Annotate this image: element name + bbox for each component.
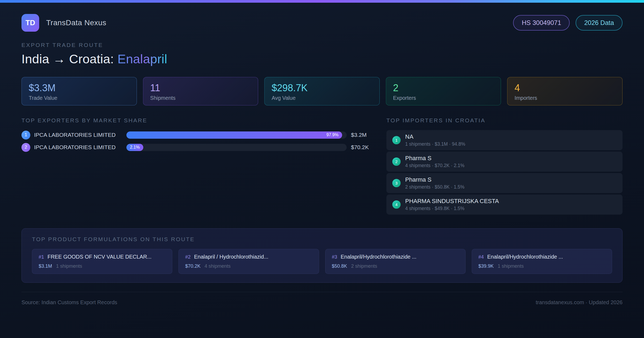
stat-card-exporters: 2 Exporters xyxy=(386,77,501,105)
stat-card-shipments: 11 Shipments xyxy=(143,77,258,105)
formulation-card: #4 Enalapril/Hydrochlorothiazide ... $39… xyxy=(472,249,612,274)
importers-section: TOP IMPORTERS IN CROATIA 1 NA 1 shipment… xyxy=(386,117,623,216)
exporter-value: $3.2M xyxy=(351,132,376,138)
exporters-heading: TOP EXPORTERS BY MARKET SHARE xyxy=(21,117,376,124)
formulation-card: #3 Enalapril/Hydrochlorothiazide ... $50… xyxy=(325,249,466,274)
formulation-header: #4 Enalapril/Hydrochlorothiazide ... xyxy=(478,254,605,260)
formulation-value: $39.9K xyxy=(478,263,494,269)
importer-meta: 2 shipments · $50.8K · 1.5% xyxy=(405,184,464,190)
formulation-stats: $39.9K 1 shipments xyxy=(478,263,605,269)
importer-rank-badge: 1 xyxy=(392,136,401,144)
title-route: India → Croatia: xyxy=(21,52,118,66)
importer-name: Pharma S xyxy=(405,176,464,183)
market-share-bar-track: 97.9% xyxy=(126,131,347,139)
stats-row: $3.3M Trade Value 11 Shipments $298.7K A… xyxy=(21,77,623,105)
brand-logo-text: TD xyxy=(25,19,35,27)
stat-label: Importers xyxy=(514,95,615,101)
formulation-shipments: 1 shipments xyxy=(56,263,82,269)
footer-source: Source: Indian Customs Export Records xyxy=(21,299,117,306)
market-share-label: 97.9% xyxy=(326,133,338,137)
top-accent-strip xyxy=(0,0,644,3)
formulation-rank: #1 xyxy=(39,254,44,260)
importer-rank-badge: 2 xyxy=(392,157,401,166)
formulation-header: #2 Enalapril / Hydrochlorothiazid... xyxy=(185,254,312,260)
brand-name: TransData Nexus xyxy=(46,19,106,27)
importer-text: Pharma S 4 shipments · $70.2K · 2.1% xyxy=(405,155,464,168)
importer-text: NA 1 shipments · $3.1M · 94.8% xyxy=(405,133,465,147)
stat-label: Exporters xyxy=(393,95,494,101)
importers-heading: TOP IMPORTERS IN CROATIA xyxy=(386,117,623,124)
formulation-title: Enalapril/Hydrochlorothiazide ... xyxy=(487,254,563,260)
formulation-rank: #2 xyxy=(185,254,191,260)
stat-label: Trade Value xyxy=(29,95,130,101)
formulation-shipments: 4 shipments xyxy=(204,263,230,269)
formulation-stats: $3.1M 1 shipments xyxy=(39,263,166,269)
page-title: India → Croatia: Enalapril xyxy=(21,52,623,66)
formulation-shipments: 2 shipments xyxy=(351,263,377,269)
importer-list-item: 1 NA 1 shipments · $3.1M · 94.8% xyxy=(386,130,623,150)
exporters-section: TOP EXPORTERS BY MARKET SHARE 1 IPCA LAB… xyxy=(21,117,376,155)
market-share-bar-fill: 97.9% xyxy=(126,131,342,139)
formulation-value: $70.2K xyxy=(185,263,200,269)
formulation-header: #3 Enalapril/Hydrochlorothiazide ... xyxy=(332,254,459,260)
market-share-bar-fill: 2.1% xyxy=(126,144,143,151)
importer-name: PHARMA SINDUSTRIJSKA CESTA xyxy=(405,198,499,205)
page-eyebrow: EXPORT TRADE ROUTE xyxy=(21,42,623,48)
data-year-chip[interactable]: 2026 Data xyxy=(576,15,623,31)
importer-meta: 1 shipments · $3.1M · 94.8% xyxy=(405,141,465,147)
title-product: Enalapril xyxy=(118,52,167,66)
top-bar: TD TransData Nexus HS 30049071 2026 Data xyxy=(21,14,623,32)
exporter-rank-badge: 2 xyxy=(21,143,30,152)
formulation-header: #1 FREE GOODS OF NCV VALUE DECLAR... xyxy=(39,254,166,260)
exporter-name: IPCA LABORATORIES LIMITED xyxy=(34,144,126,150)
formulation-stats: $50.8K 2 shipments xyxy=(332,263,459,269)
importer-list-item: 2 Pharma S 4 shipments · $70.2K · 2.1% xyxy=(386,152,623,172)
market-share-label: 2.1% xyxy=(130,145,140,150)
formulation-value: $50.8K xyxy=(332,263,347,269)
formulation-rank: #3 xyxy=(332,254,337,260)
formulation-shipments: 1 shipments xyxy=(498,263,524,269)
formulation-title: Enalapril/Hydrochlorothiazide ... xyxy=(341,254,416,260)
main-columns: TOP EXPORTERS BY MARKET SHARE 1 IPCA LAB… xyxy=(21,117,623,216)
formulation-card: #1 FREE GOODS OF NCV VALUE DECLAR... $3.… xyxy=(32,249,172,274)
stat-value: 11 xyxy=(150,82,251,94)
exporter-rank-badge: 1 xyxy=(21,131,30,139)
stat-card-trade-value: $3.3M Trade Value xyxy=(21,77,137,105)
page-container: TD TransData Nexus HS 30049071 2026 Data… xyxy=(0,14,644,306)
stat-label: Avg Value xyxy=(272,95,372,101)
formulation-stats: $70.2K 4 shipments xyxy=(185,263,312,269)
importer-meta: 4 shipments · $49.8K · 1.5% xyxy=(405,206,499,211)
formulation-cards-row: #1 FREE GOODS OF NCV VALUE DECLAR... $3.… xyxy=(32,249,612,274)
importer-text: PHARMA SINDUSTRIJSKA CESTA 4 shipments ·… xyxy=(405,198,499,211)
stat-value: 4 xyxy=(514,82,615,94)
importer-meta: 4 shipments · $70.2K · 2.1% xyxy=(405,163,464,168)
market-share-bar-track: 2.1% xyxy=(126,144,347,151)
importer-text: Pharma S 2 shipments · $50.8K · 1.5% xyxy=(405,176,464,190)
formulation-value: $3.1M xyxy=(39,263,52,269)
importer-name: NA xyxy=(405,133,465,140)
importer-list-item: 4 PHARMA SINDUSTRIJSKA CESTA 4 shipments… xyxy=(386,194,623,215)
header-chips: HS 30049071 2026 Data xyxy=(513,15,623,31)
exporter-row: 2 IPCA LABORATORIES LIMITED 2.1% $70.2K xyxy=(21,142,376,152)
importer-list-item: 3 Pharma S 2 shipments · $50.8K · 1.5% xyxy=(386,173,623,193)
brand-logo: TD xyxy=(21,14,39,32)
stat-value: $298.7K xyxy=(272,82,372,94)
formulations-heading: TOP PRODUCT FORMULATIONS ON THIS ROUTE xyxy=(32,236,612,243)
brand-home-link[interactable]: TD TransData Nexus xyxy=(21,14,106,32)
footer-site: transdatanexus.com · Updated 2026 xyxy=(536,299,623,306)
formulation-title: FREE GOODS OF NCV VALUE DECLAR... xyxy=(47,254,151,260)
stat-card-importers: 4 Importers xyxy=(507,77,623,105)
stat-value: $3.3M xyxy=(29,82,130,94)
importer-rank-badge: 4 xyxy=(392,200,401,209)
hs-code-chip[interactable]: HS 30049071 xyxy=(513,15,570,31)
formulation-rank: #4 xyxy=(478,254,484,260)
stat-card-avg-value: $298.7K Avg Value xyxy=(264,77,380,105)
exporter-row: 1 IPCA LABORATORIES LIMITED 97.9% $3.2M xyxy=(21,130,376,140)
importer-name: Pharma S xyxy=(405,155,464,162)
formulation-card: #2 Enalapril / Hydrochlorothiazid... $70… xyxy=(178,249,319,274)
exporter-name: IPCA LABORATORIES LIMITED xyxy=(34,132,126,138)
stat-value: 2 xyxy=(393,82,494,94)
formulation-title: Enalapril / Hydrochlorothiazid... xyxy=(194,254,268,260)
importer-rank-badge: 3 xyxy=(392,179,401,187)
stat-label: Shipments xyxy=(150,95,251,101)
